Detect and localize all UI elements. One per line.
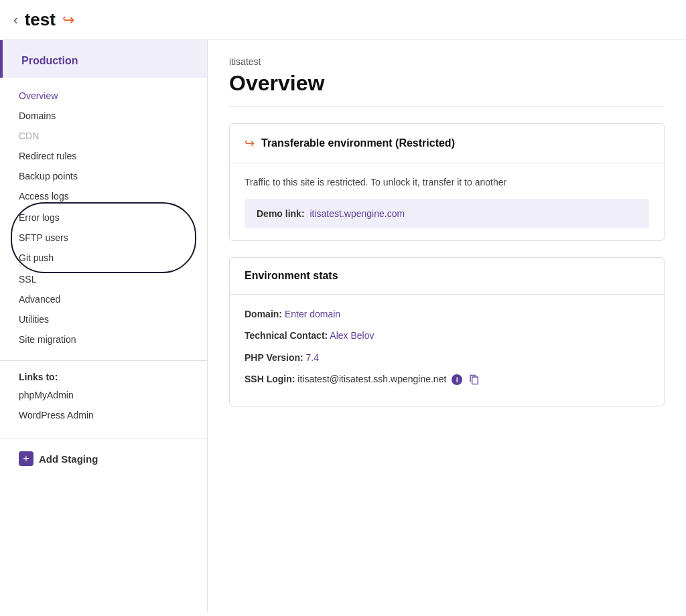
sidebar-item-sftp-users[interactable]: SFTP users <box>11 228 196 248</box>
stat-domain: Domain: Enter domain <box>245 307 649 321</box>
sidebar: Production Overview Domains CDN Redirect… <box>0 40 208 613</box>
sidebar-item-redirect-rules[interactable]: Redirect rules <box>0 146 207 166</box>
domain-label: Domain: <box>245 309 282 319</box>
sidebar-item-backup-points[interactable]: Backup points <box>0 166 207 186</box>
stat-ssh-login: SSH Login: itisatest@itisatest.ssh.wpeng… <box>245 372 649 386</box>
sidebar-item-cdn: CDN <box>0 126 207 146</box>
sidebar-nav: Overview Domains CDN Redirect rules Back… <box>0 80 207 355</box>
sidebar-item-phpmyadmin[interactable]: phpMyAdmin <box>0 385 207 405</box>
stats-card-body: Domain: Enter domain Technical Contact: … <box>230 295 664 406</box>
transferable-card-title: Transferable environment (Restricted) <box>261 137 455 149</box>
sidebar-item-git-push[interactable]: Git push <box>11 248 196 268</box>
domain-value[interactable]: Enter domain <box>285 309 340 319</box>
sidebar-item-advanced[interactable]: Advanced <box>0 289 207 309</box>
header: ‹ test ↪ <box>0 0 686 40</box>
ssh-login-value: itisatest@itisatest.ssh.wpengine.net <box>297 374 446 384</box>
sidebar-item-utilities[interactable]: Utilities <box>0 309 207 329</box>
sidebar-item-error-logs[interactable]: Error logs <box>11 208 196 228</box>
sidebar-item-wordpress-admin[interactable]: WordPress Admin <box>0 405 207 425</box>
back-button[interactable]: ‹ <box>13 12 18 27</box>
ssh-login-label: SSH Login: <box>245 374 295 384</box>
add-icon: + <box>19 451 33 466</box>
info-icon[interactable]: i <box>452 374 462 385</box>
demo-link-url[interactable]: itisatest.wpengine.com <box>310 208 405 219</box>
sidebar-item-access-logs[interactable]: Access logs <box>0 186 207 206</box>
circled-group: Error logs SFTP users Git push <box>11 208 196 268</box>
stats-card-title: Environment stats <box>245 270 338 281</box>
page-title: Overview <box>229 71 665 107</box>
technical-contact-label: Technical Contact: <box>245 330 328 341</box>
transfer-icon: ↪ <box>245 136 255 151</box>
php-version-value[interactable]: 7.4 <box>306 352 319 363</box>
add-staging-button[interactable]: + Add Staging <box>0 439 207 478</box>
stat-technical-contact: Technical Contact: Alex Belov <box>245 328 649 343</box>
transferable-card: ↪ Transferable environment (Restricted) … <box>229 123 665 241</box>
stat-php-version: PHP Version: 7.4 <box>245 350 649 365</box>
copy-icon[interactable] <box>468 373 481 386</box>
php-version-label: PHP Version: <box>245 352 303 363</box>
stats-card-header: Environment stats <box>230 258 664 295</box>
sidebar-item-domains[interactable]: Domains <box>0 106 207 126</box>
sidebar-divider <box>0 360 207 361</box>
site-name: itisatest <box>229 56 665 67</box>
layout: Production Overview Domains CDN Redirect… <box>0 40 686 613</box>
transferable-card-header: ↪ Transferable environment (Restricted) <box>230 124 664 163</box>
share-icon[interactable]: ↪ <box>62 11 74 29</box>
add-staging-label: Add Staging <box>39 453 98 465</box>
transferable-card-description: Traffic to this site is restricted. To u… <box>245 175 649 189</box>
technical-contact-value[interactable]: Alex Belov <box>330 330 374 341</box>
site-title: test <box>25 9 56 30</box>
sidebar-item-ssl[interactable]: SSL <box>0 269 207 289</box>
sidebar-item-site-migration[interactable]: Site migration <box>0 329 207 350</box>
transferable-card-body: Traffic to this site is restricted. To u… <box>230 163 664 240</box>
sidebar-section-production: Production <box>0 40 207 78</box>
demo-link-box: Demo link: itisatest.wpengine.com <box>245 199 649 228</box>
stats-card: Environment stats Domain: Enter domain T… <box>229 257 665 406</box>
main-content: itisatest Overview ↪ Transferable enviro… <box>208 40 686 613</box>
sidebar-links-label: Links to: <box>0 366 207 385</box>
demo-link-label: Demo link: <box>257 208 305 219</box>
sidebar-item-overview[interactable]: Overview <box>0 86 207 106</box>
